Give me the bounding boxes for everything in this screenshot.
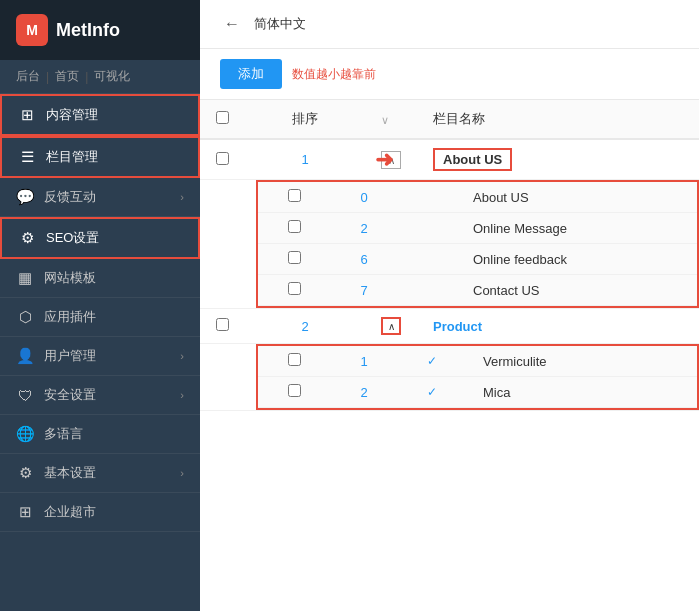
sub-checkbox[interactable]	[288, 189, 301, 202]
table-row: 2 ∧ Product	[200, 309, 699, 344]
sidebar-item-label: SEO设置	[46, 229, 99, 247]
sub-sort: 2	[317, 213, 397, 244]
plugins-icon: ⬡	[16, 308, 34, 326]
main-content: ← 简体中文 添加 数值越小越靠前 排序 ∨ 栏目名称	[200, 0, 699, 611]
row-checkbox-cell	[200, 139, 245, 180]
arrow-icon: ›	[180, 191, 184, 203]
table-row: 0 About US 2 Online Message	[200, 180, 699, 309]
toolbar: 添加 数值越小越靠前	[200, 49, 699, 100]
sidebar-item-plugins[interactable]: ⬡ 应用插件	[0, 298, 200, 337]
security-icon: 🛡	[16, 386, 34, 404]
col-sort-header: 排序	[245, 100, 365, 139]
sub-check	[258, 182, 317, 213]
sidebar-item-label: 应用插件	[44, 308, 96, 326]
sidebar-item-label: 多语言	[44, 425, 83, 443]
sub-table: 0 About US 2 Online Message	[258, 182, 697, 306]
columns-table: 排序 ∨ 栏目名称 1 ∧	[200, 100, 699, 411]
sub-sort: 6	[317, 244, 397, 275]
sub-checkbox[interactable]	[288, 353, 301, 366]
sidebar-item-label: 网站模板	[44, 269, 96, 287]
select-all-checkbox[interactable]	[216, 111, 229, 124]
back-button[interactable]: ←	[220, 12, 244, 36]
row-sort: 1	[245, 139, 365, 180]
sidebar-item-multilang[interactable]: 🌐 多语言	[0, 415, 200, 454]
sidebar-item-label: 安全设置	[44, 386, 96, 404]
col-expand-header: ∨	[365, 100, 417, 139]
main-header: ← 简体中文	[200, 0, 699, 49]
sub-check-icon: ✓	[397, 346, 453, 377]
sidebar-item-label: 反馈互动	[44, 188, 96, 206]
table-row: 1 ∧ About US ➜	[200, 139, 699, 180]
sidebar-item-site-template[interactable]: ▦ 网站模板	[0, 259, 200, 298]
expand-icon: ∨	[381, 114, 389, 126]
sub-expand	[397, 275, 443, 306]
about-us-name: About US ➜	[433, 148, 512, 171]
row-name-cell: Product	[417, 309, 699, 344]
sidebar-item-security[interactable]: 🛡 安全设置 ›	[0, 376, 200, 415]
list-item: 2 Online Message	[258, 213, 697, 244]
list-item: 6 Online feedback	[258, 244, 697, 275]
sub-expand	[397, 182, 443, 213]
list-item: 0 About US	[258, 182, 697, 213]
sub-items-cell: 0 About US 2 Online Message	[200, 180, 699, 309]
sub-name: Mica	[453, 377, 697, 408]
logo-icon: M	[16, 14, 48, 46]
nav-backend[interactable]: 后台	[16, 68, 40, 85]
sub-checkbox[interactable]	[288, 251, 301, 264]
sidebar-top-nav: 后台 | 首页 | 可视化	[0, 60, 200, 94]
table-row: 1 ✓ Vermiculite 2 ✓ Mica	[200, 344, 699, 411]
sub-sort: 0	[317, 182, 397, 213]
col-check-header	[200, 100, 245, 139]
sidebar-item-content-mgmt[interactable]: ⊞ 内容管理	[0, 94, 200, 136]
user-mgmt-icon: 👤	[16, 347, 34, 365]
sub-name: Vermiculite	[453, 346, 697, 377]
sidebar-logo: M MetInfo	[0, 0, 200, 60]
chevron-up-icon[interactable]: ∧	[381, 317, 401, 335]
sub-expand	[397, 244, 443, 275]
language-title: 简体中文	[254, 15, 306, 33]
sidebar-item-basic-settings[interactable]: ⚙ 基本设置 ›	[0, 454, 200, 493]
sub-name: Contact US	[443, 275, 697, 306]
list-item: 7 Contact US	[258, 275, 697, 306]
content-mgmt-icon: ⊞	[18, 106, 36, 124]
nav-visual[interactable]: 可视化	[94, 68, 130, 85]
sidebar-item-enterprise[interactable]: ⊞ 企业超市	[0, 493, 200, 532]
row-chevron-cell: ∧	[365, 309, 417, 344]
sidebar-item-column-mgmt[interactable]: ☰ 栏目管理	[0, 136, 200, 178]
arrow-icon: ›	[180, 350, 184, 362]
sidebar-item-user-mgmt[interactable]: 👤 用户管理 ›	[0, 337, 200, 376]
seo-icon: ⚙	[18, 229, 36, 247]
add-button[interactable]: 添加	[220, 59, 282, 89]
nav-home[interactable]: 首页	[55, 68, 79, 85]
arrow-icon: ›	[180, 467, 184, 479]
enterprise-icon: ⊞	[16, 503, 34, 521]
red-arrow-annotation: ➜	[375, 147, 393, 173]
sub-name: Online feedback	[443, 244, 697, 275]
col-name-header: 栏目名称	[417, 100, 699, 139]
sub-check	[258, 377, 317, 408]
list-item: 2 ✓ Mica	[258, 377, 697, 408]
product-sub-items-group: 1 ✓ Vermiculite 2 ✓ Mica	[256, 344, 699, 410]
table-container: 排序 ∨ 栏目名称 1 ∧	[200, 100, 699, 611]
row-checkbox-cell	[200, 309, 245, 344]
row-checkbox[interactable]	[216, 152, 229, 165]
sub-check	[258, 346, 317, 377]
sub-sort: 7	[317, 275, 397, 306]
sidebar-item-label: 企业超市	[44, 503, 96, 521]
sub-sort: 2	[317, 377, 397, 408]
sub-check-icon: ✓	[397, 377, 453, 408]
row-name-cell: About US ➜	[417, 139, 699, 180]
sidebar-item-feedback[interactable]: 💬 反馈互动 ›	[0, 178, 200, 217]
sidebar-item-label: 基本设置	[44, 464, 96, 482]
sub-items-group: 0 About US 2 Online Message	[256, 180, 699, 308]
row-checkbox[interactable]	[216, 318, 229, 331]
sub-checkbox[interactable]	[288, 384, 301, 397]
sub-sort: 1	[317, 346, 397, 377]
sub-check	[258, 244, 317, 275]
hint-text: 数值越小越靠前	[292, 66, 376, 83]
sub-checkbox[interactable]	[288, 282, 301, 295]
sub-expand	[397, 213, 443, 244]
sidebar-item-seo[interactable]: ⚙ SEO设置	[0, 217, 200, 259]
sub-checkbox[interactable]	[288, 220, 301, 233]
sidebar-item-label: 栏目管理	[46, 148, 98, 166]
